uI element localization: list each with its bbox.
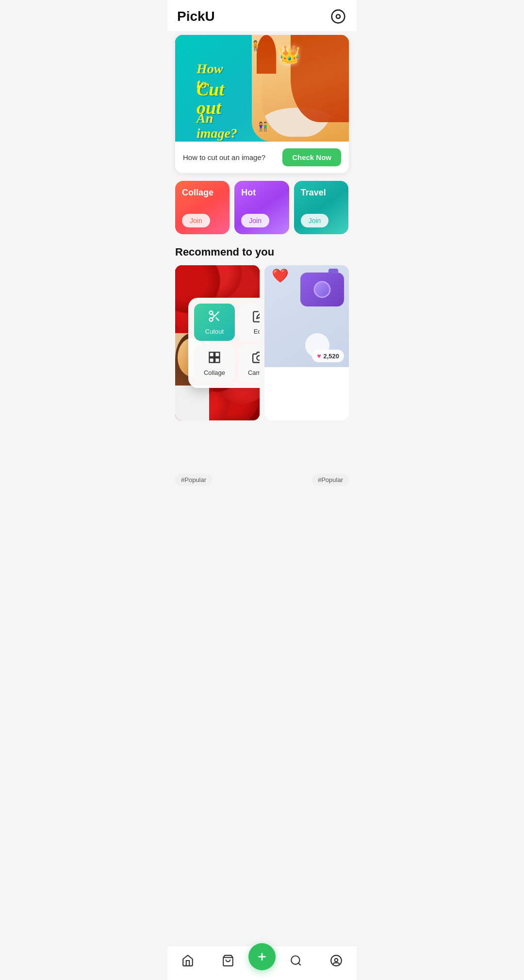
nav-search[interactable] [276, 954, 316, 967]
edit-option[interactable]: Edit [239, 304, 260, 341]
right-card-bottom [264, 367, 349, 420]
svg-point-0 [336, 15, 340, 18]
like-badge: ♥ 2,520 [312, 350, 344, 362]
cutout-label: Cutout [205, 328, 224, 335]
nav-home[interactable] [167, 954, 208, 967]
nav-shop[interactable] [208, 954, 249, 967]
header: PickU [167, 0, 357, 31]
svg-point-15 [291, 956, 299, 964]
category-card-travel[interactable]: Travel Join [294, 181, 348, 234]
camera-label: Camera [248, 369, 260, 376]
recommend-grid: Cutout Edit [167, 265, 357, 420]
settings-icon[interactable] [329, 8, 347, 25]
category-name: Travel [301, 188, 342, 198]
banner-footer: How to cut out an image? Check Now [175, 142, 349, 173]
travel-join-button[interactable]: Join [301, 214, 329, 227]
figure-icon: 👫 [258, 121, 268, 132]
collage-label: Collage [204, 369, 225, 376]
collage-option[interactable]: Collage [194, 345, 235, 382]
collage-icon [208, 351, 221, 367]
search-icon [289, 954, 303, 967]
tag-popular-2[interactable]: #Popular [312, 474, 349, 486]
collage-join-button[interactable]: Join [182, 214, 210, 227]
camera-deco [300, 273, 344, 306]
svg-point-1 [210, 311, 213, 315]
svg-line-16 [298, 963, 301, 965]
svg-line-5 [212, 314, 214, 316]
cutout-option[interactable]: Cutout [194, 304, 235, 341]
tag-popular-1[interactable]: #Popular [175, 474, 212, 486]
app-title: PickU [177, 9, 215, 24]
add-button[interactable] [248, 943, 276, 970]
category-name: Collage [182, 188, 223, 198]
edit-label: Edit [254, 328, 260, 335]
edit-icon [252, 309, 260, 326]
category-name: Hot [241, 188, 282, 198]
right-card-top: ❤️ ♥ 2,520 [264, 265, 349, 367]
crown-icon: 👑 [278, 45, 300, 65]
category-row: Collage Join Hot Join Travel Join [167, 181, 357, 244]
heart-icon: ♥ [317, 352, 321, 360]
like-count: 2,520 [323, 353, 339, 360]
bottom-nav [167, 946, 357, 980]
svg-point-11 [257, 356, 260, 360]
banner-line3: An image? [196, 111, 237, 141]
camera-option[interactable]: Camera [239, 345, 260, 382]
banner-card: How to Cut out An image? 👑 🧍 👫 How to cu… [175, 35, 349, 173]
scissors-icon [208, 309, 221, 326]
camera-icon [252, 351, 260, 367]
nav-profile[interactable] [316, 954, 357, 967]
svg-line-4 [216, 318, 219, 321]
svg-point-17 [331, 955, 342, 966]
hot-join-button[interactable]: Join [241, 214, 269, 227]
figure-icon: 🧍 [249, 40, 262, 51]
svg-point-2 [210, 318, 213, 321]
heart-icon: ❤️ [272, 268, 289, 284]
svg-rect-9 [210, 358, 214, 362]
section-title: Recommend to you [167, 244, 357, 265]
banner-caption: How to cut out an image? [183, 153, 282, 161]
tag-row: #Popular #Popular [167, 469, 357, 486]
svg-rect-7 [210, 353, 214, 357]
grid-item-right[interactable]: ❤️ ♥ 2,520 [264, 265, 349, 420]
grid-item-left[interactable]: Cutout Edit [175, 265, 260, 420]
category-card-hot[interactable]: Hot Join [234, 181, 289, 234]
banner-image: How to Cut out An image? 👑 🧍 👫 [175, 35, 349, 142]
home-icon [181, 954, 195, 967]
shop-icon [221, 954, 235, 967]
category-card-collage[interactable]: Collage Join [175, 181, 229, 234]
svg-rect-8 [215, 353, 219, 357]
svg-rect-10 [215, 358, 219, 362]
profile-icon [329, 954, 343, 967]
overlay-menu: Cutout Edit [188, 298, 260, 388]
check-now-button[interactable]: Check Now [282, 148, 341, 166]
